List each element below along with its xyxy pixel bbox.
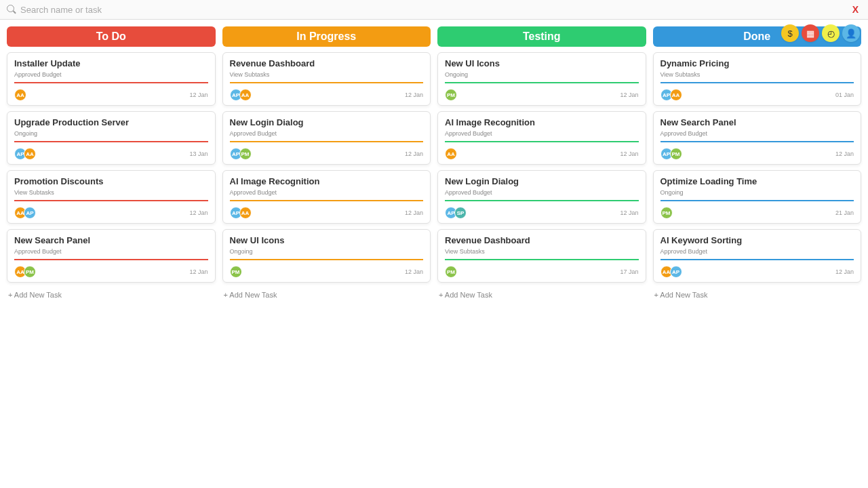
card-footer-row: AAPM12 Jan	[14, 266, 208, 278]
card-footer-row: PM12 Jan	[230, 266, 424, 278]
task-title: Upgrade Production Server	[14, 117, 208, 127]
task-title: New Search Panel	[14, 235, 208, 245]
task-date: 12 Jan	[405, 92, 423, 98]
card-accent-bar	[230, 141, 424, 142]
avatar[interactable]: AP	[24, 207, 36, 219]
task-date: 12 Jan	[189, 268, 208, 275]
avatar[interactable]: AA	[239, 207, 252, 219]
task-subtitle: Approved Budget	[230, 189, 424, 196]
task-date: 12 Jan	[405, 268, 423, 275]
card-footer-row: APAA12 Jan	[230, 207, 424, 219]
task-card[interactable]: Promotion DiscountsView SubtasksAAAP12 J…	[7, 170, 216, 224]
card-accent-bar	[445, 259, 639, 260]
task-card[interactable]: AI Image RecognitionApproved BudgetAA12 …	[437, 111, 646, 165]
card-accent-bar	[660, 141, 854, 142]
task-title: New Login Dialog	[445, 176, 639, 186]
task-card[interactable]: New Login DialogApproved BudgetAPPM12 Ja…	[222, 111, 431, 165]
clock-icon[interactable]: ◴	[822, 24, 840, 42]
avatar[interactable]: PM	[445, 89, 457, 101]
column-header-todo[interactable]: To Do	[7, 26, 216, 47]
avatar[interactable]: AA	[24, 148, 36, 160]
task-subtitle: Ongoing	[660, 189, 854, 196]
card-footer-row: APSP12 Jan	[445, 207, 639, 219]
header-action-icons: $ ▦ ◴ 👤	[781, 24, 860, 42]
task-title: AI Image Recognition	[445, 117, 639, 127]
task-card[interactable]: New Search PanelApproved BudgetAPPM12 Ja…	[653, 111, 862, 165]
avatar-stack: AAAP	[14, 207, 33, 219]
card-accent-bar	[445, 82, 639, 83]
task-card[interactable]: Revenue DashboardView SubtasksAPAA12 Jan	[222, 52, 431, 106]
add-task-button[interactable]: + Add New Task	[7, 288, 216, 302]
avatar[interactable]: PM	[445, 266, 457, 278]
task-subtitle: Approved Budget	[445, 189, 639, 196]
card-accent-bar	[14, 82, 208, 83]
search-input[interactable]	[20, 5, 846, 15]
task-card[interactable]: AI Image RecognitionApproved BudgetAPAA1…	[222, 170, 431, 224]
task-card[interactable]: New Search PanelApproved BudgetAAPM12 Ja…	[7, 229, 216, 283]
task-date: 12 Jan	[620, 150, 638, 157]
avatar-stack: APAA	[230, 89, 249, 101]
avatar[interactable]: AA	[239, 89, 252, 101]
task-subtitle: Approved Budget	[660, 130, 854, 137]
money-icon[interactable]: $	[781, 24, 799, 42]
avatar-stack: APAA	[14, 148, 33, 160]
task-card[interactable]: New Login DialogApproved BudgetAPSP12 Ja…	[437, 170, 646, 224]
avatar[interactable]: PM	[670, 148, 682, 160]
task-title: AI Keyword Sorting	[660, 235, 854, 245]
avatar[interactable]: PM	[24, 266, 36, 278]
task-subtitle: Approved Budget	[14, 248, 208, 255]
task-date: 01 Jan	[835, 92, 854, 98]
task-card[interactable]: Dynamic PricingView SubtasksAPAA01 Jan	[653, 52, 862, 106]
card-footer-row: APAA12 Jan	[230, 89, 424, 101]
avatar[interactable]: PM	[230, 266, 242, 278]
task-date: 12 Jan	[620, 209, 638, 216]
task-card[interactable]: Installer UpdateApproved BudgetAA12 Jan	[7, 52, 216, 106]
task-card[interactable]: Optimize Loading TimeOngoingPM21 Jan	[653, 170, 862, 224]
card-footer-row: PM12 Jan	[445, 89, 639, 101]
avatar[interactable]: PM	[660, 207, 673, 219]
avatar[interactable]: PM	[239, 148, 252, 160]
task-date: 17 Jan	[620, 268, 638, 275]
column-header-in_progress[interactable]: In Progress	[222, 26, 431, 47]
card-footer-row: AA12 Jan	[14, 89, 208, 101]
card-footer-row: APPM12 Jan	[230, 148, 424, 160]
card-accent-bar	[230, 82, 424, 83]
column-header-testing[interactable]: Testing	[437, 26, 646, 47]
avatar-stack: AA	[445, 148, 454, 160]
avatar[interactable]: AP	[670, 266, 682, 278]
avatar-icon[interactable]: 👤	[842, 24, 860, 42]
avatar-stack: AAPM	[14, 266, 33, 278]
avatar[interactable]: AA	[445, 148, 457, 160]
avatar[interactable]: SP	[454, 207, 467, 219]
task-title: Optimize Loading Time	[660, 176, 854, 186]
avatar-stack: AA	[14, 89, 24, 101]
task-subtitle: View Subtasks	[230, 71, 424, 78]
avatar-stack: PM	[445, 266, 454, 278]
add-task-button[interactable]: + Add New Task	[222, 288, 431, 302]
avatar-stack: AAAP	[660, 266, 679, 278]
task-title: New UI Icons	[445, 58, 639, 68]
task-date: 12 Jan	[405, 209, 423, 216]
task-card[interactable]: Upgrade Production ServerOngoingAPAA13 J…	[7, 111, 216, 165]
task-subtitle: View Subtasks	[14, 189, 208, 196]
task-title: Promotion Discounts	[14, 176, 208, 186]
task-card[interactable]: AI Keyword SortingApproved BudgetAAAP12 …	[653, 229, 862, 283]
task-card[interactable]: Revenue DashboardView SubtasksPM17 Jan	[437, 229, 646, 283]
task-subtitle: Approved Budget	[445, 130, 639, 137]
search-icon	[7, 5, 16, 14]
add-task-button[interactable]: + Add New Task	[437, 288, 646, 302]
task-subtitle: Ongoing	[14, 130, 208, 137]
column-testing: TestingNew UI IconsOngoingPM12 JanAI Ima…	[437, 26, 646, 479]
task-card[interactable]: New UI IconsOngoingPM12 Jan	[437, 52, 646, 106]
task-card[interactable]: New UI IconsOngoingPM12 Jan	[222, 229, 431, 283]
card-footer-row: PM21 Jan	[660, 207, 854, 219]
avatar-stack: APAA	[660, 89, 679, 101]
avatar[interactable]: AA	[14, 89, 26, 101]
calendar-icon[interactable]: ▦	[802, 24, 819, 42]
task-date: 12 Jan	[620, 92, 638, 98]
card-footer-row: APAA01 Jan	[660, 89, 854, 101]
avatar[interactable]: AA	[670, 89, 682, 101]
add-task-button[interactable]: + Add New Task	[653, 288, 862, 302]
clear-search-button[interactable]: X	[850, 4, 861, 15]
task-date: 12 Jan	[189, 92, 208, 98]
